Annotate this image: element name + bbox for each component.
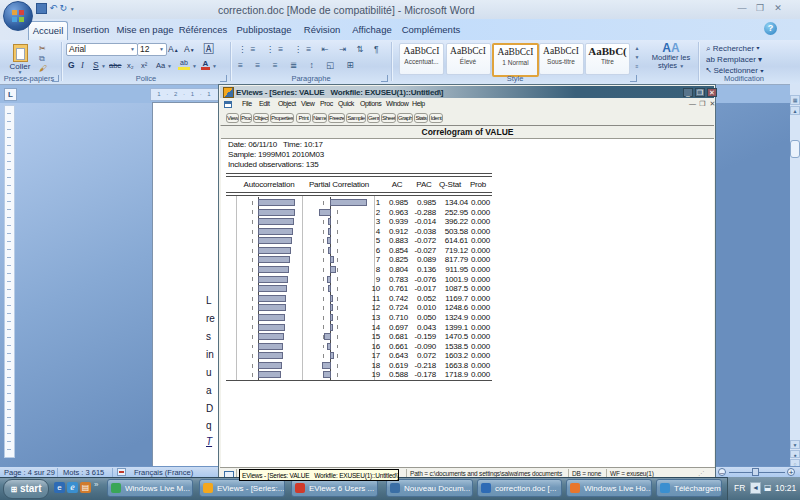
volume-icon[interactable]: ◄ bbox=[750, 482, 761, 494]
clipboard-dialog-launcher[interactable] bbox=[52, 75, 59, 82]
paragraph-row1[interactable]: ⋮≡ ⋮≡ ⋮≡ ⇤ ⇥ ⇅ ¶ bbox=[238, 44, 382, 54]
italic-button[interactable]: I bbox=[81, 60, 84, 70]
toolbar-object[interactable]: Object bbox=[253, 113, 269, 123]
child-minimize-button[interactable]: — bbox=[688, 100, 697, 109]
editing-item-remplacer[interactable]: ab Remplacer ▾ bbox=[706, 55, 762, 64]
toolbar-ident[interactable]: Ident bbox=[429, 113, 443, 123]
taskbar-button-2[interactable]: EViews - [Series:... bbox=[199, 479, 285, 497]
taskbar-button-1[interactable]: Windows Live M... bbox=[107, 479, 193, 497]
taskbar-button-7[interactable]: Téléchargements bbox=[656, 479, 722, 497]
taskbar-button-6[interactable]: Windows Live Ho... bbox=[566, 479, 652, 497]
redo-icon[interactable]: ↻ bbox=[60, 3, 68, 13]
horizontal-ruler[interactable]: 1 · 2 · 1 · 1 bbox=[150, 88, 220, 101]
tray-language[interactable]: FR bbox=[734, 483, 745, 493]
qat-dropdown-icon[interactable]: ▼ bbox=[70, 6, 75, 12]
status-language[interactable]: Français (France) bbox=[134, 468, 193, 477]
word-minimize-button[interactable]: — bbox=[735, 4, 749, 14]
taskbar-button-4[interactable]: Nouveau Docum... bbox=[386, 479, 473, 497]
tab-révision[interactable]: Révision bbox=[300, 21, 344, 39]
eviews-close-button[interactable]: ✕ bbox=[707, 88, 717, 97]
eviews-window[interactable]: EViews - [Series: VALUE Workfile: EXUSEU… bbox=[218, 84, 716, 479]
menu-file[interactable]: File bbox=[242, 100, 252, 107]
style-gallery-scroll[interactable]: ▲▼≡ bbox=[632, 44, 642, 71]
taskbar-button-5[interactable]: correction.doc [... bbox=[477, 479, 562, 497]
shrink-font-button[interactable]: A▼ bbox=[184, 44, 195, 54]
child-restore-button[interactable]: ❐ bbox=[698, 100, 707, 109]
quick-access-toolbar[interactable]: ↶ ↻ ▼ bbox=[36, 3, 75, 14]
change-case-button[interactable]: Aa bbox=[156, 61, 165, 70]
font-name-combo[interactable]: Arial▼ bbox=[66, 43, 138, 56]
tab-insertion[interactable]: Insertion bbox=[70, 21, 112, 39]
toolbar-genr[interactable]: Genr bbox=[367, 113, 380, 123]
tab-publipostage[interactable]: Publipostage bbox=[232, 21, 296, 39]
menu-edit[interactable]: Edit bbox=[259, 100, 269, 107]
scrollbar-thumb[interactable] bbox=[790, 140, 800, 158]
network-icon[interactable]: ⬓ bbox=[764, 483, 772, 492]
zoom-in-button[interactable]: + bbox=[787, 468, 795, 476]
menu-quick[interactable]: Quick bbox=[338, 100, 354, 107]
paragraph-row2[interactable]: ≡ ≡ ≡ ≣ ↕ ◱ ⊞ bbox=[238, 60, 359, 70]
menu-options[interactable]: Options bbox=[360, 100, 381, 107]
tab-stop-selector[interactable]: L bbox=[4, 88, 17, 101]
font-size-combo[interactable]: 12▼ bbox=[137, 43, 167, 56]
quicklaunch-ie-icon[interactable]: e bbox=[54, 482, 65, 493]
help-button[interactable]: ? bbox=[764, 22, 777, 35]
style-chip-accentuat-[interactable]: AaBbCcIAccentuat... bbox=[399, 43, 444, 75]
word-close-button[interactable]: ✕ bbox=[771, 4, 785, 14]
change-case-dropdown-icon[interactable]: ▼ bbox=[167, 63, 172, 69]
paste-button[interactable]: Coller ▼ bbox=[6, 44, 34, 78]
toolbar-proc[interactable]: Proc bbox=[240, 113, 252, 123]
tab-références[interactable]: Références bbox=[178, 21, 228, 39]
eviews-minimize-button[interactable]: _ bbox=[683, 88, 693, 97]
strikethrough-button[interactable]: abe bbox=[109, 61, 122, 70]
grow-font-button[interactable]: A▲ bbox=[168, 44, 179, 54]
vertical-ruler[interactable] bbox=[4, 105, 15, 458]
zoom-thumb[interactable] bbox=[752, 468, 759, 476]
bold-button[interactable]: G bbox=[68, 60, 75, 70]
resize-grip[interactable]: ⋰ bbox=[698, 469, 704, 476]
style-chip--lev-[interactable]: AaBbCcIÉlevé bbox=[446, 43, 491, 75]
menu-object[interactable]: Object bbox=[278, 100, 296, 107]
underline-dropdown-icon[interactable]: ▼ bbox=[101, 63, 106, 69]
highlight-dropdown-icon[interactable]: ▼ bbox=[192, 63, 197, 69]
editing-item-rechercher[interactable]: ⌕ Rechercher ▾ bbox=[706, 44, 760, 54]
cut-icon[interactable]: ✂ bbox=[39, 44, 46, 53]
menu-help[interactable]: Help bbox=[412, 100, 425, 107]
tab-compléments[interactable]: Compléments bbox=[400, 21, 462, 39]
font-dialog-launcher[interactable] bbox=[220, 75, 227, 82]
quicklaunch-chevron-icon[interactable]: » bbox=[94, 480, 98, 489]
start-button[interactable]: ⊞ start bbox=[3, 479, 49, 499]
superscript-button[interactable]: x² bbox=[141, 61, 147, 70]
style-chip-1-normal[interactable]: AaBbCcI1 Normal bbox=[492, 43, 539, 77]
eviews-titlebar[interactable]: EViews - [Series: VALUE Workfile: EXUSEU… bbox=[220, 86, 714, 98]
toolbar-name[interactable]: Name bbox=[312, 113, 327, 123]
toolbar-properties[interactable]: Properties bbox=[270, 113, 294, 123]
eviews-restore-button[interactable]: ❐ bbox=[695, 88, 705, 97]
toolbar-view[interactable]: View bbox=[226, 113, 239, 123]
toolbar-print[interactable]: Print bbox=[296, 113, 311, 123]
tray-clock[interactable]: 10:21 bbox=[775, 483, 796, 493]
child-close-button[interactable]: ✕ bbox=[708, 100, 717, 109]
subscript-button[interactable]: x₂ bbox=[127, 61, 134, 70]
undo-icon[interactable]: ↶ bbox=[50, 3, 58, 13]
copy-icon[interactable]: ⧉ bbox=[39, 54, 45, 64]
toolbar-sheet[interactable]: Sheet bbox=[381, 113, 396, 123]
tab-accueil[interactable]: Accueil bbox=[28, 21, 68, 40]
tab-affichage[interactable]: Affichage bbox=[348, 21, 396, 39]
paragraph-dialog-launcher[interactable] bbox=[381, 75, 388, 82]
underline-button[interactable]: S bbox=[93, 60, 99, 70]
menu-view[interactable]: View bbox=[301, 100, 314, 107]
save-icon[interactable] bbox=[36, 3, 47, 14]
format-painter-icon[interactable]: 🖌 bbox=[39, 64, 47, 73]
proofing-icon[interactable] bbox=[117, 468, 126, 476]
quicklaunch-desktop-icon[interactable]: ▤ bbox=[80, 482, 91, 493]
style-dialog-launcher[interactable] bbox=[630, 75, 637, 82]
quicklaunch-browser-icon[interactable]: ℯ bbox=[67, 482, 78, 493]
font-color-button[interactable]: A bbox=[201, 59, 210, 70]
menu-window[interactable]: Window bbox=[386, 100, 409, 107]
toolbar-graph[interactable]: Graph bbox=[397, 113, 413, 123]
highlight-button[interactable]: ab bbox=[178, 59, 190, 70]
ruler-toggle-button[interactable]: ▦ bbox=[790, 95, 800, 105]
taskbar-button-3[interactable]: EViews 6 Users ... bbox=[291, 479, 378, 497]
change-styles-button[interactable]: AA Modifier les styles ▼ bbox=[645, 43, 697, 70]
